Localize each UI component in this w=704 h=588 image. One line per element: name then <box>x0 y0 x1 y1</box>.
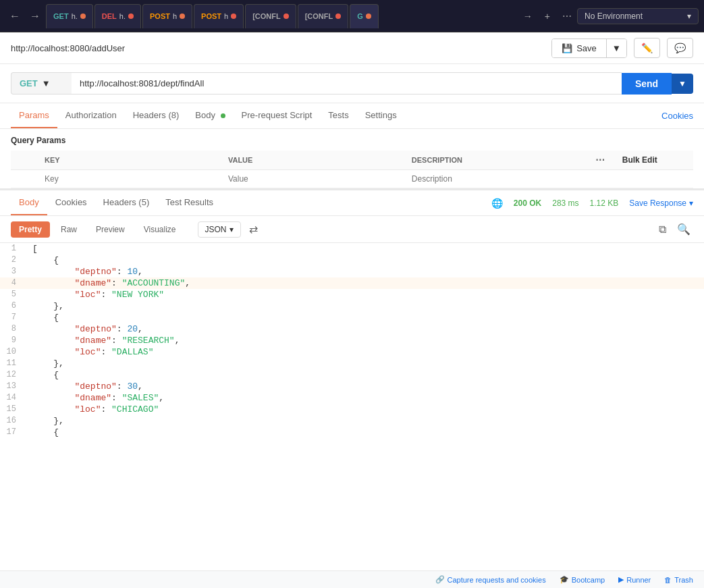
line-content: { <box>27 427 704 438</box>
wrap-lines-button[interactable]: ⇄ <box>249 223 258 236</box>
save-response-button[interactable]: Save Response ▾ <box>629 198 693 208</box>
trash-link[interactable]: 🗑 Trash <box>664 576 693 584</box>
tab-0[interactable]: GET h. <box>46 4 93 28</box>
url-title-bar: http://localhost:8080/addUser 💾 Save ▼ ✏… <box>0 32 704 64</box>
url-input[interactable] <box>72 72 622 95</box>
line-number: 3 <box>0 266 27 277</box>
format-selector[interactable]: JSON ▾ <box>198 221 241 238</box>
resp-tab-cookies[interactable]: Cookies <box>47 190 95 215</box>
tab-4[interactable]: [CONFL <box>245 4 296 28</box>
line-number: 8 <box>0 323 27 335</box>
method-chevron-icon: ▼ <box>42 78 51 88</box>
request-row: GET ▼ Send ▼ <box>0 64 704 103</box>
tab-method-4: [CONFL <box>252 12 281 20</box>
cookies-link[interactable]: Cookies <box>661 104 693 128</box>
comment-icon-button[interactable]: 💬 <box>667 38 693 58</box>
key-input[interactable] <box>45 174 215 184</box>
capture-link[interactable]: 🔗 Capture requests and cookies <box>435 575 546 584</box>
fmt-tab-raw[interactable]: Raw <box>53 221 85 238</box>
tab-2[interactable]: POST h <box>142 4 192 28</box>
runner-link[interactable]: ▶ Runner <box>618 575 651 584</box>
line-number: 14 <box>0 392 27 404</box>
col-key: KEY <box>38 151 221 170</box>
line-content: "loc": "DALLAS" <box>27 346 704 358</box>
description-input[interactable] <box>412 174 582 184</box>
send-button[interactable]: Send <box>622 73 672 95</box>
method-selector[interactable]: GET ▼ <box>11 72 72 95</box>
tab-method-6: G <box>357 12 363 20</box>
table-row: 11 }, <box>0 358 704 369</box>
tab-settings-label: Settings <box>365 110 397 120</box>
col-desc: DESCRIPTION <box>405 151 589 170</box>
tab-method-2: POST <box>150 12 170 20</box>
table-row: 12 { <box>0 369 704 381</box>
bootcamp-icon: 🎓 <box>560 575 569 584</box>
line-number: 1 <box>0 243 27 255</box>
bootcamp-link[interactable]: 🎓 Bootcamp <box>560 575 605 584</box>
search-button[interactable]: 🔍 <box>674 220 693 238</box>
fmt-tab-visualize[interactable]: Visualize <box>136 221 184 238</box>
resp-tab-body[interactable]: Body <box>11 190 47 215</box>
line-content: { <box>27 255 704 266</box>
edit-icon-button[interactable]: ✏️ <box>634 38 660 58</box>
tab-6[interactable]: G <box>350 4 379 28</box>
tab-settings[interactable]: Settings <box>357 103 405 128</box>
tab-bar: ← → GET h. DEL h. POST h POST h [CONFL [… <box>0 0 704 32</box>
copy-button[interactable]: ⧉ <box>656 220 669 238</box>
resp-tab-headers-label: Headers (5) <box>103 197 150 207</box>
forward-button[interactable]: → <box>26 7 45 25</box>
line-number: 15 <box>0 404 27 415</box>
table-row: 10 "loc": "DALLAS" <box>0 346 704 358</box>
back-button[interactable]: ← <box>5 7 24 25</box>
env-chevron-icon: ▾ <box>687 11 691 21</box>
line-number: 10 <box>0 346 27 358</box>
tab-url-2: h <box>173 12 177 20</box>
tab-headers[interactable]: Headers (8) <box>125 103 188 128</box>
tab-1[interactable]: DEL h. <box>94 4 141 28</box>
code-table: 1[2 {3 "deptno": 10,4 "dname": "ACCOUNTI… <box>0 243 704 438</box>
table-options-icon[interactable]: ⋯ <box>595 155 605 165</box>
params-table: KEY VALUE DESCRIPTION ⋯ Bulk Edit <box>11 151 693 188</box>
tab-5[interactable]: [CONFL <box>298 4 349 28</box>
fmt-tab-preview[interactable]: Preview <box>88 221 133 238</box>
tab-headers-label: Headers (8) <box>133 110 180 120</box>
line-content: "deptno": 30, <box>27 381 704 392</box>
save-label: Save <box>576 43 597 53</box>
resp-tab-body-label: Body <box>19 197 39 207</box>
forward-nav-button[interactable]: → <box>519 8 537 24</box>
tab-dot-2 <box>180 14 185 19</box>
resp-tab-headers[interactable]: Headers (5) <box>95 190 158 215</box>
line-number: 16 <box>0 415 27 427</box>
code-view: 1[2 {3 "deptno": 10,4 "dname": "ACCOUNTI… <box>0 243 704 570</box>
send-dropdown-button[interactable]: ▼ <box>672 74 693 94</box>
table-row: 13 "deptno": 30, <box>0 381 704 392</box>
table-row: 1[ <box>0 243 704 255</box>
line-content: "dname": "ACCOUNTING", <box>27 277 704 289</box>
resp-tab-test-results[interactable]: Test Results <box>157 190 221 215</box>
tab-body[interactable]: Body <box>187 103 233 128</box>
response-status: 🌐 200 OK 283 ms 1.12 KB Save Response ▾ <box>491 198 693 209</box>
value-input[interactable] <box>228 174 398 184</box>
save-button[interactable]: 💾 Save <box>552 39 606 57</box>
save-dropdown-button[interactable]: ▼ <box>606 39 626 57</box>
fmt-tab-pretty[interactable]: Pretty <box>11 221 50 238</box>
table-row: 6 }, <box>0 300 704 312</box>
save-disk-icon: 💾 <box>562 43 572 53</box>
bootcamp-label: Bootcamp <box>572 576 605 584</box>
bulk-edit-button[interactable]: Bulk Edit <box>622 155 657 165</box>
environment-selector[interactable]: No Environment ▾ <box>577 8 699 24</box>
tab-tests[interactable]: Tests <box>320 103 356 128</box>
request-title: http://localhost:8080/addUser <box>11 43 545 53</box>
tab-authorization[interactable]: Authorization <box>57 103 125 128</box>
table-row: 5 "loc": "NEW YORK" <box>0 289 704 300</box>
resp-tab-test-results-label: Test Results <box>165 197 213 207</box>
tab-3[interactable]: POST h <box>194 4 244 28</box>
more-options-button[interactable]: ⋯ <box>558 8 576 24</box>
tab-url-1: h. <box>119 12 126 20</box>
add-tab-button[interactable]: + <box>541 8 554 24</box>
tab-params[interactable]: Params <box>11 103 57 128</box>
format-value: JSON <box>205 225 227 234</box>
capture-label: Capture requests and cookies <box>448 576 546 584</box>
tab-prerequest[interactable]: Pre-request Script <box>234 103 321 128</box>
table-row: 14 "dname": "SALES", <box>0 392 704 404</box>
